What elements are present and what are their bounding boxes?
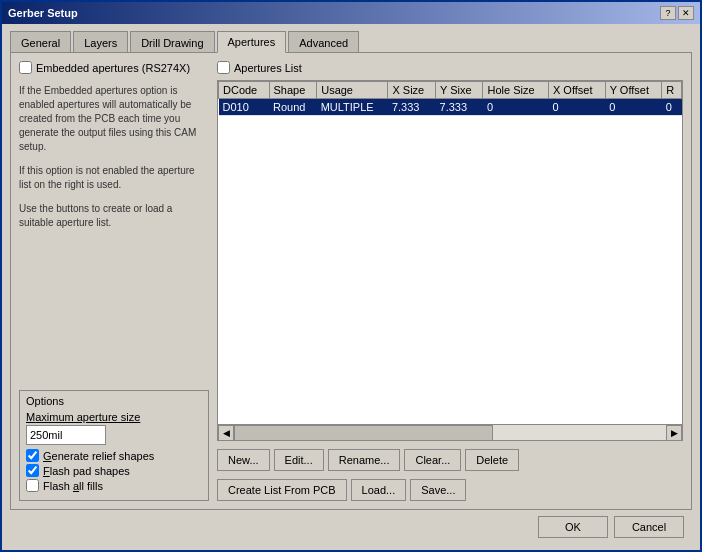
save-button[interactable]: Save... (410, 479, 466, 501)
gerber-setup-window: Gerber Setup ? ✕ General Layers Drill Dr… (0, 0, 702, 552)
table-row[interactable]: D010RoundMULTIPLE7.3337.3330000 (219, 99, 682, 116)
scroll-right-btn[interactable]: ▶ (666, 425, 682, 441)
new-button[interactable]: New... (217, 449, 270, 471)
clear-button[interactable]: Clear... (404, 449, 461, 471)
flash-fills-label: Flash all fills (43, 480, 103, 492)
panel-inner: Embedded apertures (RS274X) If the Embed… (19, 61, 683, 501)
buttons-row2: Create List From PCB Load... Save... (217, 479, 683, 501)
tab-apertures[interactable]: Apertures (217, 31, 287, 53)
scroll-track[interactable] (234, 425, 666, 441)
embedded-header: Embedded apertures (RS274X) (19, 61, 209, 74)
apertures-list-label: Apertures List (234, 62, 302, 74)
desc1: If the Embedded apertures option is enab… (19, 84, 209, 154)
title-bar: Gerber Setup ? ✕ (2, 2, 700, 24)
tab-advanced[interactable]: Advanced (288, 31, 359, 53)
apertures-table: DCode Shape Usage X Size Y Sixe Hole Siz… (218, 81, 682, 116)
edit-button[interactable]: Edit... (274, 449, 324, 471)
options-legend: Options (26, 395, 202, 407)
col-xoffset: X Offset (548, 82, 605, 99)
tab-general[interactable]: General (10, 31, 71, 53)
embedded-checkbox[interactable] (19, 61, 32, 74)
col-dcode: DCode (219, 82, 270, 99)
cancel-button[interactable]: Cancel (614, 516, 684, 538)
col-holesize: Hole Size (483, 82, 549, 99)
col-shape: Shape (269, 82, 317, 99)
desc2: If this option is not enabled the apertu… (19, 164, 209, 192)
apertures-list-header: Apertures List (217, 61, 683, 74)
tab-bar: General Layers Drill Drawing Apertures A… (10, 30, 692, 52)
left-column: Embedded apertures (RS274X) If the Embed… (19, 61, 209, 501)
scroll-thumb[interactable] (234, 425, 493, 441)
col-r: R (662, 82, 682, 99)
buttons-row1: New... Edit... Rename... Clear... Delete (217, 449, 683, 471)
generate-relief-label: Generate relief shapes (43, 450, 154, 462)
col-ysize: Y Sixe (436, 82, 483, 99)
tab-drill[interactable]: Drill Drawing (130, 31, 214, 53)
create-list-button[interactable]: Create List From PCB (217, 479, 347, 501)
embedded-label: Embedded apertures (RS274X) (36, 62, 190, 74)
rename-button[interactable]: Rename... (328, 449, 401, 471)
table-container: DCode Shape Usage X Size Y Sixe Hole Siz… (217, 80, 683, 441)
flash-pad-label: Flash pad shapes (43, 465, 130, 477)
check-row-1: Generate relief shapes (26, 449, 202, 462)
check-row-2: Flash pad shapes (26, 464, 202, 477)
load-button[interactable]: Load... (351, 479, 407, 501)
h-scrollbar[interactable]: ◀ ▶ (218, 424, 682, 440)
flash-pad-checkbox[interactable] (26, 464, 39, 477)
tab-layers[interactable]: Layers (73, 31, 128, 53)
dialog-content: General Layers Drill Drawing Apertures A… (2, 24, 700, 550)
max-size-input[interactable]: 250mil (26, 425, 106, 445)
col-yoffset: Y Offset (605, 82, 661, 99)
col-xsize: X Size (388, 82, 436, 99)
right-column: Apertures List DCode Shape Usage (217, 61, 683, 501)
desc3: Use the buttons to create or load a suit… (19, 202, 209, 230)
generate-relief-checkbox[interactable] (26, 449, 39, 462)
close-button[interactable]: ✕ (678, 6, 694, 20)
col-usage: Usage (317, 82, 388, 99)
flash-fills-checkbox[interactable] (26, 479, 39, 492)
window-title: Gerber Setup (8, 7, 78, 19)
main-panel: Embedded apertures (RS274X) If the Embed… (10, 52, 692, 510)
ok-button[interactable]: OK (538, 516, 608, 538)
table-wrapper[interactable]: DCode Shape Usage X Size Y Sixe Hole Siz… (218, 81, 682, 424)
title-bar-buttons: ? ✕ (660, 6, 694, 20)
max-size-label-text: Maximum aperture size (26, 411, 140, 423)
help-button[interactable]: ? (660, 6, 676, 20)
ok-cancel-row: OK Cancel (10, 510, 692, 542)
max-size-label: Maximum aperture size (26, 411, 202, 423)
options-group: Options Maximum aperture size 250mil Gen… (19, 390, 209, 501)
check-row-3: Flash all fills (26, 479, 202, 492)
scroll-left-btn[interactable]: ◀ (218, 425, 234, 441)
apertures-list-checkbox[interactable] (217, 61, 230, 74)
delete-button[interactable]: Delete (465, 449, 519, 471)
